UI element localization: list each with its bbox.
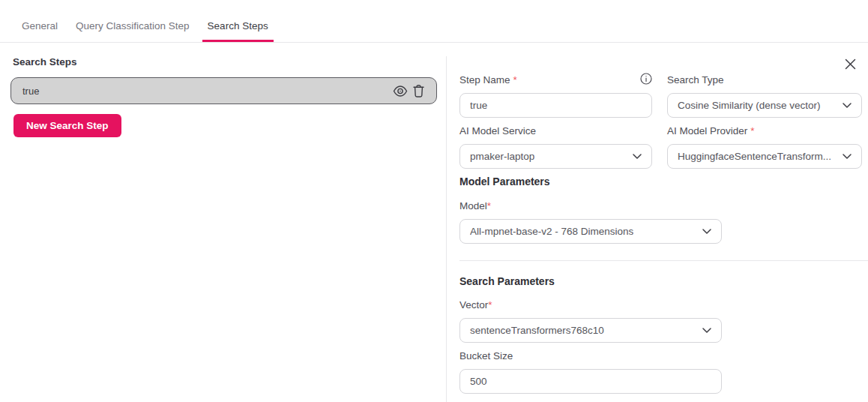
ai-model-service-field-group: AI Model Service pmaker-laptop — [459, 125, 652, 169]
search-step-list-item[interactable]: true — [10, 77, 437, 104]
bucket-size-input[interactable] — [459, 369, 722, 394]
chevron-down-icon — [633, 154, 642, 159]
eye-icon — [393, 86, 408, 97]
chevron-down-icon — [843, 154, 852, 159]
step-name-input[interactable] — [459, 93, 652, 118]
model-label: Model* — [459, 200, 722, 214]
search-type-label: Search Type — [667, 74, 862, 88]
tab-bar: General Query Classification Step Search… — [0, 0, 868, 43]
step-editor-panel: Step Name* Search Type Cosine Similarity… — [459, 56, 868, 402]
chevron-down-icon — [702, 229, 711, 234]
model-parameters-heading: Model Parameters — [459, 176, 550, 188]
chevron-down-icon — [702, 328, 711, 333]
search-steps-title: Search Steps — [13, 56, 77, 68]
view-step-button[interactable] — [391, 82, 409, 100]
search-pipeline-config-page: { "tabs": [ { "label": "General" }, { "l… — [0, 0, 868, 402]
model-field-group: Model* All-mpnet-base-v2 - 768 Dimension… — [459, 200, 722, 244]
model-select[interactable]: All-mpnet-base-v2 - 768 Dimensions — [459, 219, 722, 244]
search-type-select[interactable]: Cosine Similarity (dense vector) — [667, 93, 862, 118]
step-name-field-group: Step Name* — [459, 74, 652, 118]
panel-divider — [446, 56, 447, 402]
ai-model-provider-field-group: AI Model Provider* HuggingfaceSentenceTr… — [667, 125, 862, 169]
bucket-size-label: Bucket Size — [459, 350, 722, 364]
vector-label: Vector* — [459, 299, 722, 313]
required-asterisk: * — [750, 125, 754, 136]
ai-model-provider-label: AI Model Provider* — [667, 125, 862, 139]
close-icon — [845, 58, 856, 70]
section-divider — [459, 260, 868, 261]
search-type-field-group: Search Type Cosine Similarity (dense vec… — [667, 74, 862, 118]
ai-model-service-select[interactable]: pmaker-laptop — [459, 144, 652, 169]
search-parameters-heading: Search Parameters — [459, 275, 555, 287]
chevron-down-icon — [843, 103, 852, 108]
vector-field-group: Vector* sentenceTransformers768c10 — [459, 299, 722, 343]
step-item-name: true — [22, 86, 391, 97]
required-asterisk: * — [487, 200, 491, 212]
vector-select[interactable]: sentenceTransformers768c10 — [459, 318, 722, 343]
step-name-label: Step Name* — [459, 74, 652, 88]
tab-general[interactable]: General — [16, 20, 63, 42]
delete-step-button[interactable] — [409, 82, 427, 100]
bucket-size-field-group: Bucket Size — [459, 350, 722, 394]
info-icon[interactable] — [640, 73, 652, 85]
ai-model-service-label: AI Model Service — [459, 125, 652, 139]
ai-model-provider-select[interactable]: HuggingfaceSentenceTransform... — [667, 144, 862, 169]
close-editor-button[interactable] — [843, 57, 857, 70]
trash-icon — [413, 85, 424, 98]
tab-search-steps[interactable]: Search Steps — [202, 20, 274, 42]
tab-query-classification-step[interactable]: Query Classification Step — [70, 20, 195, 42]
required-asterisk: * — [513, 74, 517, 86]
new-search-step-button[interactable]: New Search Step — [13, 114, 121, 137]
required-asterisk: * — [488, 299, 492, 310]
